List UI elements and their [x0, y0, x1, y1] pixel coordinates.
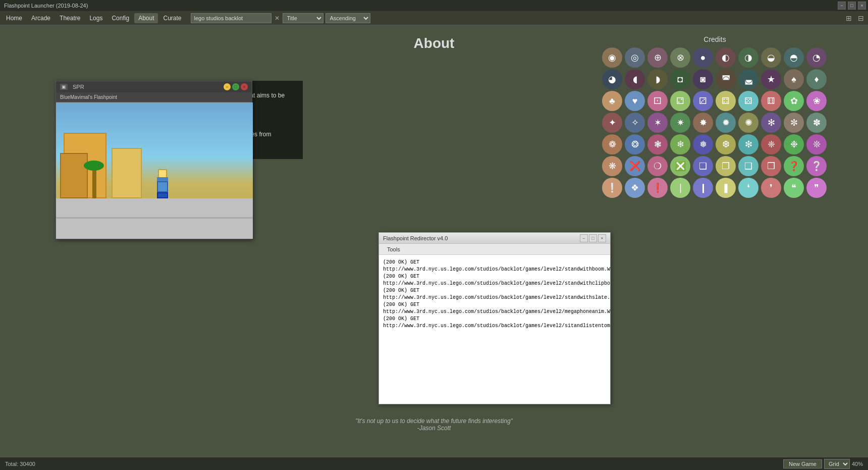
avatar-49[interactable]: ❊ — [806, 134, 827, 154]
menu-arcade[interactable]: Arcade — [27, 13, 55, 23]
avatar-48[interactable]: ❉ — [784, 134, 804, 154]
search-input[interactable] — [191, 13, 272, 23]
avatar-2[interactable]: ⊕ — [647, 47, 668, 68]
avatar-46[interactable]: ❇ — [738, 134, 758, 154]
credits-title: Credits — [602, 35, 828, 43]
avatar-19[interactable]: ♦ — [806, 69, 827, 89]
close-button[interactable]: × — [858, 2, 866, 10]
avatar-54[interactable]: ❏ — [693, 156, 713, 176]
game-window-maximize[interactable]: □ — [232, 83, 239, 90]
avatar-65[interactable]: ❚ — [716, 178, 736, 198]
avatar-15[interactable]: ◚ — [716, 69, 736, 89]
avatar-5[interactable]: ◐ — [716, 47, 736, 68]
avatar-34[interactable]: ✸ — [693, 113, 713, 133]
avatar-33[interactable]: ✷ — [670, 113, 690, 133]
avatar-8[interactable]: ◓ — [784, 47, 804, 68]
avatar-67[interactable]: ❜ — [761, 178, 781, 198]
avatar-32[interactable]: ✶ — [647, 113, 668, 133]
total-count: Total: 30400 — [5, 461, 35, 467]
menu-icon-right[interactable]: ⊟ — [856, 13, 866, 23]
avatar-57[interactable]: ❒ — [761, 156, 781, 176]
menu-icons: ⊞ ⊟ — [844, 13, 866, 23]
menu-theatre[interactable]: Theatre — [56, 13, 84, 23]
search-clear-button[interactable]: ✕ — [274, 15, 281, 22]
avatar-22[interactable]: ⚀ — [647, 91, 668, 111]
menu-home[interactable]: Home — [2, 13, 26, 23]
avatar-37[interactable]: ✻ — [761, 113, 781, 133]
redirector-minimize[interactable]: − — [580, 234, 588, 242]
avatar-60[interactable]: ❕ — [602, 178, 622, 198]
avatar-51[interactable]: ❌ — [625, 156, 645, 176]
avatar-68[interactable]: ❝ — [784, 178, 804, 198]
avatar-13[interactable]: ◘ — [670, 69, 690, 89]
avatar-14[interactable]: ◙ — [693, 69, 713, 89]
avatar-20[interactable]: ♣ — [602, 91, 622, 111]
avatar-45[interactable]: ❆ — [716, 134, 736, 154]
redirector-maximize[interactable]: □ — [589, 234, 597, 242]
menu-icon-left[interactable]: ⊞ — [844, 13, 854, 23]
avatar-21[interactable]: ♥ — [625, 91, 645, 111]
avatar-7[interactable]: ◒ — [761, 47, 781, 68]
minimize-button[interactable]: − — [838, 2, 846, 10]
menu-curate[interactable]: Curate — [159, 13, 185, 23]
avatar-36[interactable]: ✺ — [738, 113, 758, 133]
redirector-menu: Tools — [379, 244, 610, 255]
avatar-18[interactable]: ♠ — [784, 69, 804, 89]
avatar-43[interactable]: ❄ — [670, 134, 690, 154]
avatar-28[interactable]: ✿ — [784, 91, 804, 111]
avatar-69[interactable]: ❞ — [806, 178, 827, 198]
new-game-button[interactable]: New Game — [783, 459, 822, 468]
avatar-50[interactable]: ❋ — [602, 156, 622, 176]
redirector-close[interactable]: × — [598, 234, 606, 242]
avatar-24[interactable]: ⚂ — [693, 91, 713, 111]
avatar-56[interactable]: ❑ — [738, 156, 758, 176]
avatar-27[interactable]: ⚅ — [761, 91, 781, 111]
avatar-61[interactable]: ❖ — [625, 178, 645, 198]
avatar-41[interactable]: ❂ — [625, 134, 645, 154]
game-window-close[interactable]: × — [241, 83, 248, 90]
avatar-38[interactable]: ✼ — [784, 113, 804, 133]
avatar-26[interactable]: ⚄ — [738, 91, 758, 111]
avatar-6[interactable]: ◑ — [738, 47, 758, 68]
maximize-button[interactable]: □ — [848, 2, 856, 10]
avatar-59[interactable]: ❔ — [806, 156, 827, 176]
avatar-0[interactable]: ◉ — [602, 47, 622, 68]
game-window-minimize[interactable]: − — [224, 83, 231, 90]
menu-config[interactable]: Config — [107, 13, 133, 23]
redirector-log[interactable]: (200 OK) GEThttp://www.3rd.nyc.us.lego.c… — [379, 255, 610, 404]
avatar-35[interactable]: ✹ — [716, 113, 736, 133]
avatar-42[interactable]: ❃ — [647, 134, 668, 154]
avatar-63[interactable]: ❘ — [670, 178, 690, 198]
avatar-64[interactable]: ❙ — [693, 178, 713, 198]
avatar-25[interactable]: ⚃ — [716, 91, 736, 111]
avatar-11[interactable]: ◖ — [625, 69, 645, 89]
avatar-4[interactable]: ● — [693, 47, 713, 68]
view-mode-select[interactable]: Grid List — [824, 459, 850, 469]
avatar-16[interactable]: ◛ — [738, 69, 758, 89]
menu-about[interactable]: About — [134, 13, 158, 23]
sort-direction-select[interactable]: Ascending Descending — [326, 13, 370, 23]
avatar-17[interactable]: ★ — [761, 69, 781, 89]
avatar-47[interactable]: ❈ — [761, 134, 781, 154]
avatar-39[interactable]: ✽ — [806, 113, 827, 133]
avatar-52[interactable]: ❍ — [647, 156, 668, 176]
avatar-10[interactable]: ◕ — [602, 69, 622, 89]
avatar-12[interactable]: ◗ — [647, 69, 668, 89]
avatar-58[interactable]: ❓ — [784, 156, 804, 176]
avatar-31[interactable]: ✧ — [625, 113, 645, 133]
avatar-3[interactable]: ⊗ — [670, 47, 690, 68]
redirector-menu-tools[interactable]: Tools — [383, 245, 404, 253]
avatar-9[interactable]: ◔ — [806, 47, 827, 68]
avatar-40[interactable]: ❁ — [602, 134, 622, 154]
avatar-29[interactable]: ❀ — [806, 91, 827, 111]
avatar-55[interactable]: ❐ — [716, 156, 736, 176]
sort-field-select[interactable]: Title Developer Publisher — [283, 13, 323, 23]
avatar-1[interactable]: ◎ — [625, 47, 645, 68]
avatar-30[interactable]: ✦ — [602, 113, 622, 133]
avatar-66[interactable]: ❛ — [738, 178, 758, 198]
avatar-23[interactable]: ⚁ — [670, 91, 690, 111]
avatar-44[interactable]: ❅ — [693, 134, 713, 154]
menu-logs[interactable]: Logs — [85, 13, 106, 23]
avatar-53[interactable]: ❎ — [670, 156, 690, 176]
avatar-62[interactable]: ❗ — [647, 178, 668, 198]
